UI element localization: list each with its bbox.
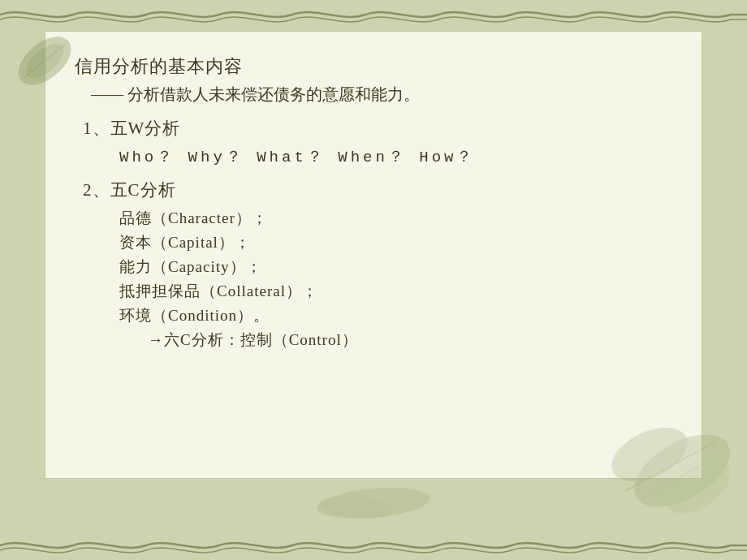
list-item: 能力（Capacity）； (119, 256, 672, 278)
leaf-bottomcenter-decoration (309, 479, 438, 528)
list-item: 环境（Condition）。 (119, 305, 672, 326)
arrow-line: →六C分析：控制（Control） (148, 330, 672, 351)
list-item: 品德（Character）； (119, 208, 672, 229)
leaf-topleft-decoration (8, 24, 81, 97)
list-item: 抵押担保品（Collateral）； (119, 281, 672, 302)
wave-top-decoration (0, 3, 747, 26)
subtitle: —— 分析借款人未来偿还债务的意愿和能力。 (91, 84, 672, 106)
leaf-bottomright-decoration (560, 373, 739, 519)
section1-title: 1、五W分析 (83, 117, 672, 140)
five-w-line: Who？ Why？ What？ When？ How？ (119, 146, 672, 167)
list-item: 资本（Capital）； (119, 232, 672, 253)
main-title: 信用分析的基本内容 (75, 54, 672, 79)
wave-bottom-decoration (0, 534, 747, 557)
section2-title: 2、五C分析 (83, 179, 672, 201)
